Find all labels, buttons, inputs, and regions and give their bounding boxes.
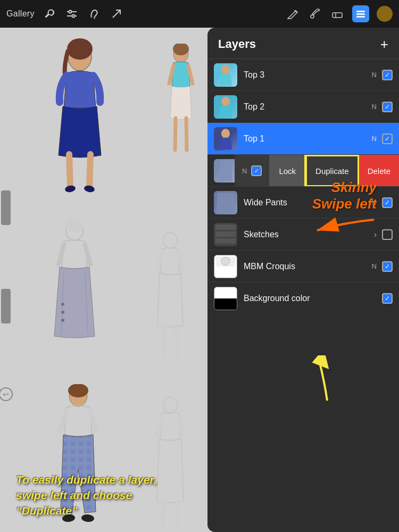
- svg-point-45: [81, 514, 94, 522]
- svg-line-38: [177, 326, 177, 358]
- svg-line-49: [163, 501, 163, 529]
- svg-point-52: [221, 97, 230, 106]
- eyedropper-icon[interactable]: [307, 6, 322, 21]
- undo-button[interactable]: ↩: [0, 387, 13, 401]
- pencil-icon[interactable]: [285, 6, 300, 21]
- svg-rect-13: [356, 13, 365, 15]
- layer-checkbox-top3[interactable]: [382, 70, 393, 80]
- layers-title: Layers: [218, 37, 256, 51]
- layer-checkbox-sketches[interactable]: [382, 229, 393, 240]
- figure-bottom-right-outline: [144, 395, 197, 532]
- figure-mid-outline: [32, 219, 117, 384]
- svg-rect-14: [356, 16, 365, 18]
- figure-mid-right-outline: [144, 230, 197, 379]
- svg-rect-12: [356, 11, 365, 12]
- add-layer-button[interactable]: +: [380, 37, 388, 51]
- svg-line-23: [175, 118, 176, 150]
- svg-line-9: [313, 15, 314, 15]
- canvas-area: ↩: [0, 28, 399, 532]
- svg-point-34: [163, 232, 177, 248]
- avatar-icon[interactable]: [377, 6, 393, 22]
- svg-point-1: [72, 15, 74, 18]
- layer-checkbox-mbm[interactable]: [382, 261, 393, 272]
- delete-button[interactable]: Delete: [359, 155, 399, 187]
- layers-panel: Layers + Top 3 N Top 2: [207, 28, 399, 532]
- svg-rect-61: [214, 298, 237, 310]
- svg-rect-10: [332, 13, 342, 18]
- layer-checkbox-top1[interactable]: [382, 134, 393, 144]
- layer-thumb-top2: [214, 95, 237, 119]
- svg-point-31: [61, 303, 64, 306]
- wrench-icon[interactable]: [42, 6, 57, 21]
- layer-item-sketches[interactable]: Sketches ›: [207, 219, 399, 251]
- toolbar-left: Gallery: [6, 6, 124, 21]
- duplicate-button[interactable]: Duplicate: [305, 155, 359, 187]
- layer-name-mbm: MBM Croquis: [244, 262, 372, 271]
- svg-rect-55: [215, 231, 236, 237]
- svg-point-53: [221, 129, 230, 138]
- svg-point-18: [84, 185, 95, 193]
- layer-name-wide: Wide Pants: [244, 198, 372, 207]
- svg-rect-60: [214, 287, 237, 298]
- toolbar-right: [285, 5, 393, 22]
- arrow-icon[interactable]: [109, 6, 124, 21]
- layer-thumb-sketches: [214, 223, 237, 246]
- svg-line-24: [186, 118, 187, 150]
- layer-checkbox-background[interactable]: [382, 293, 393, 304]
- layer-mode-top1: N: [372, 135, 377, 143]
- svg-line-50: [177, 501, 178, 529]
- layer-item-mbm[interactable]: MBM Croquis N: [207, 251, 399, 282]
- left-sidebar-handles: ↩: [0, 159, 12, 401]
- swipe-action-buttons: N Lock Duplicate Delete: [235, 155, 399, 187]
- svg-point-0: [69, 11, 71, 13]
- svg-line-27: [59, 245, 64, 264]
- layer-name-top3: Top 3: [244, 70, 372, 80]
- layer-thumb-top1: [214, 127, 237, 151]
- layer-checkbox-top2[interactable]: [382, 102, 393, 112]
- svg-line-47: [156, 418, 162, 436]
- layer-thumb-skinny: [214, 159, 237, 182]
- svg-rect-56: [215, 238, 236, 244]
- opacity-handle[interactable]: [1, 289, 11, 323]
- gallery-button[interactable]: Gallery: [6, 9, 35, 19]
- layers-icon[interactable]: [352, 5, 369, 22]
- svg-line-6: [113, 10, 120, 18]
- svg-point-33: [61, 319, 64, 322]
- layer-checkbox-wide[interactable]: [382, 197, 393, 208]
- layer-mode-top2: N: [372, 103, 377, 111]
- layer-name-top1: Top 1: [244, 134, 372, 144]
- layer-item-top3[interactable]: Top 3 N: [207, 59, 399, 91]
- svg-point-51: [221, 65, 230, 74]
- svg-point-32: [61, 311, 64, 314]
- brush-size-handle[interactable]: [1, 190, 11, 225]
- skinny-checkbox[interactable]: [251, 165, 262, 176]
- adjust-icon[interactable]: [64, 6, 79, 21]
- layer-item-skinny[interactable]: Skinny Pants N Lock Duplicate Delete: [207, 155, 399, 187]
- layer-item-background[interactable]: Background color: [207, 282, 399, 314]
- layer-mode-mbm: N: [372, 262, 377, 270]
- eraser-icon[interactable]: [330, 6, 345, 21]
- layer-item-wide[interactable]: Wide Pants N: [207, 187, 399, 219]
- layer-name-sketches: Sketches: [244, 230, 374, 239]
- layer-item-top2[interactable]: Top 2 N: [207, 91, 399, 123]
- svg-point-44: [62, 514, 75, 522]
- svg-line-36: [178, 252, 183, 271]
- svg-point-17: [64, 185, 76, 193]
- layer-thumb-top3: [214, 63, 237, 87]
- layer-thumb-mbm: [214, 255, 237, 278]
- svg-point-40: [68, 384, 88, 397]
- svg-point-59: [221, 257, 230, 265]
- figure-large-outfit: [27, 38, 133, 209]
- lock-button[interactable]: Lock: [269, 155, 305, 187]
- layer-name-background: Background color: [244, 294, 382, 303]
- svg-point-16: [67, 38, 93, 60]
- figure-small-top-right: [154, 44, 207, 193]
- main-toolbar: Gallery: [0, 0, 399, 28]
- svg-line-41: [60, 411, 66, 431]
- svg-rect-54: [215, 225, 236, 230]
- script-icon[interactable]: [87, 6, 102, 21]
- layer-thumb-bg: [214, 287, 237, 310]
- svg-line-35: [157, 252, 162, 271]
- figure-bottom-leggings: [29, 384, 128, 532]
- layer-item-top1[interactable]: Top 1 N: [207, 123, 399, 155]
